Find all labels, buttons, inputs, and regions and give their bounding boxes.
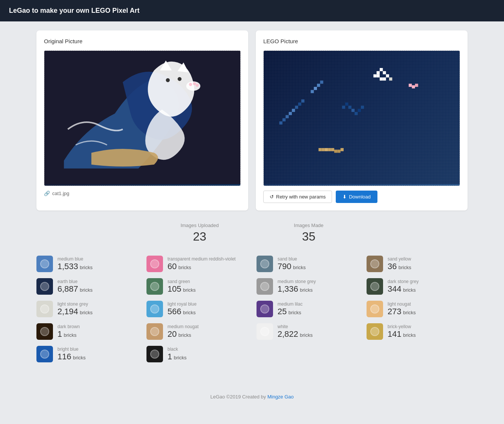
svg-rect-21: [377, 71, 380, 74]
original-svg: [44, 51, 240, 184]
svg-rect-27: [380, 77, 383, 80]
brick-name: transparent medium reddish-violet: [167, 256, 235, 262]
brick-item: dark brown 1 bricks: [36, 323, 137, 340]
brick-item: black 1 bricks: [146, 346, 247, 362]
app-title: LeGao to make your own LEGO Pixel Art: [9, 7, 139, 14]
stat-made: Images Made 35: [294, 223, 324, 244]
svg-point-4: [189, 83, 192, 86]
brick-name: medium stone grey: [278, 279, 316, 284]
brick-count-display: 6,887 bricks: [57, 284, 92, 294]
brick-unit: bricks: [80, 287, 93, 293]
svg-rect-8: [279, 121, 282, 124]
brick-count: 6,887: [57, 284, 78, 294]
brick-unit: bricks: [80, 265, 93, 270]
brick-info: medium blue 1,533 bricks: [57, 256, 92, 271]
brick-info: black 1 bricks: [167, 347, 187, 362]
brick-count-display: 1 bricks: [57, 329, 80, 339]
svg-rect-40: [342, 106, 345, 109]
made-count: 35: [294, 230, 324, 244]
brick-unit: bricks: [403, 287, 416, 293]
svg-rect-18: [317, 84, 320, 87]
brick-name: earth blue: [57, 279, 92, 284]
brick-name: sand yellow: [388, 256, 411, 262]
svg-rect-32: [328, 148, 331, 151]
original-image-container: [44, 50, 241, 186]
svg-rect-10: [285, 115, 288, 118]
svg-rect-43: [352, 109, 355, 112]
svg-rect-45: [358, 109, 361, 112]
brick-info: dark stone grey 344 bricks: [388, 279, 419, 294]
brick-name: medium blue: [57, 256, 92, 262]
brick-unit: bricks: [293, 265, 306, 270]
brick-unit: bricks: [183, 310, 196, 315]
original-image: [44, 51, 240, 186]
author-link[interactable]: Mingze Gao: [267, 394, 294, 400]
brick-swatch: [36, 346, 53, 362]
svg-point-5: [193, 82, 196, 85]
brick-info: light stone grey 2,194 bricks: [57, 301, 92, 316]
svg-rect-29: [318, 148, 321, 151]
svg-point-6: [196, 84, 199, 87]
brick-count: 344: [388, 284, 401, 294]
brick-count-display: 1 bricks: [167, 352, 187, 362]
svg-rect-11: [289, 112, 292, 115]
brick-unit: bricks: [183, 287, 196, 293]
brick-count: 1,533: [57, 262, 78, 271]
brick-unit: bricks: [178, 332, 191, 338]
brick-count-display: 273 bricks: [388, 307, 416, 316]
svg-rect-17: [314, 87, 317, 90]
link-icon: 🔗: [44, 191, 50, 196]
lego-card-actions: ↺ Retry with new params ⬇ Download: [263, 191, 460, 203]
brick-swatch: [146, 346, 163, 362]
app-footer: LeGao ©2019 Created by Mingze Gao: [0, 386, 504, 407]
brick-swatch: [36, 301, 53, 317]
svg-rect-16: [311, 90, 314, 93]
brick-unit: bricks: [178, 265, 191, 270]
brick-item: sand green 105 bricks: [146, 278, 247, 295]
bricks-grid: medium blue 1,533 bricks transparent med…: [36, 256, 468, 362]
svg-rect-36: [341, 148, 344, 151]
brick-info: dark brown 1 bricks: [57, 324, 80, 339]
brick-count-display: 1,336 bricks: [278, 284, 316, 294]
svg-rect-39: [409, 84, 412, 87]
svg-rect-33: [331, 148, 334, 151]
brick-info: transparent medium reddish-violet 60 bri…: [167, 256, 235, 271]
brick-count-display: 60 bricks: [167, 262, 235, 271]
brick-info: sand green 105 bricks: [167, 279, 196, 294]
svg-rect-23: [383, 71, 386, 74]
brick-swatch: [146, 301, 163, 317]
retry-icon: ↺: [270, 194, 274, 200]
brick-info: light royal blue 566 bricks: [167, 301, 196, 316]
brick-info: sand blue 790 bricks: [278, 256, 306, 271]
brick-info: brick-yellow 141 bricks: [388, 324, 416, 339]
brick-item: medium lilac 25 bricks: [257, 301, 358, 317]
download-button[interactable]: ⬇ Download: [336, 191, 377, 203]
made-label: Images Made: [294, 223, 324, 228]
brick-count: 2,822: [278, 329, 298, 339]
svg-rect-46: [361, 106, 364, 109]
brick-swatch: [257, 256, 273, 272]
brick-info: bright blue 116 bricks: [57, 347, 86, 362]
brick-name: medium lilac: [278, 301, 303, 307]
brick-name: medium nougat: [167, 324, 199, 329]
brick-item: transparent medium reddish-violet 60 bri…: [146, 256, 247, 272]
brick-swatch: [367, 301, 383, 317]
svg-rect-44: [355, 112, 358, 115]
svg-point-2: [178, 77, 181, 81]
brick-item: dark stone grey 344 bricks: [367, 278, 468, 295]
brick-count: 566: [167, 307, 181, 316]
retry-button[interactable]: ↺ Retry with new params: [263, 191, 332, 203]
brick-swatch: [36, 278, 53, 295]
svg-rect-9: [282, 118, 285, 121]
lego-picture-title: LEGO Picture: [263, 38, 460, 44]
brick-unit: bricks: [300, 332, 313, 338]
brick-info: medium lilac 25 bricks: [278, 301, 303, 316]
brick-name: light stone grey: [57, 301, 92, 307]
brick-item: white 2,822 bricks: [257, 323, 358, 340]
brick-item: medium stone grey 1,336 bricks: [257, 278, 358, 295]
uploaded-count: 23: [181, 230, 219, 244]
brick-swatch: [367, 323, 383, 340]
brick-swatch: [257, 323, 273, 340]
brick-item: medium blue 1,533 bricks: [36, 256, 137, 272]
brick-unit: bricks: [288, 310, 301, 315]
